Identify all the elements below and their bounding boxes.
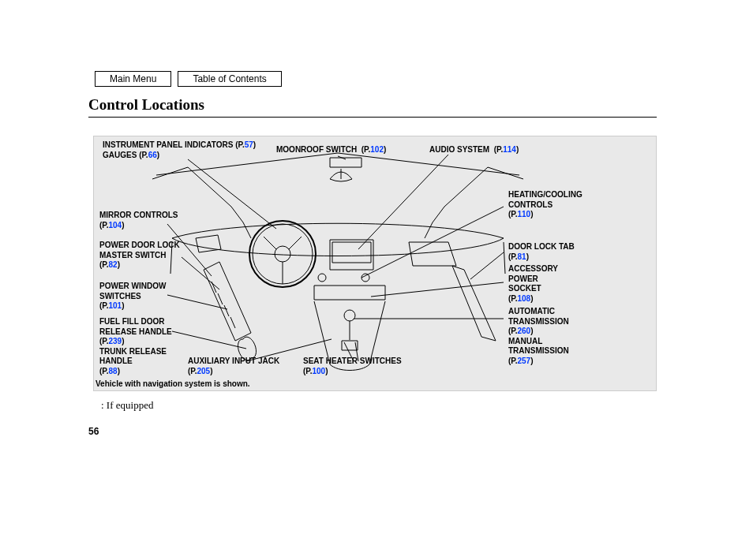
svg-line-10 [182,257,219,289]
pageref[interactable]: 239 [109,337,122,345]
label-pwindow: POWER WINDOW SWITCHES (P.101) [99,282,166,312]
svg-point-5 [344,310,355,321]
svg-point-1 [362,274,369,282]
label-locktab: DOOR LOCK TAB (P.81) [508,242,575,262]
label-instrument: INSTRUMENT PANEL INDICATORS (P.57) GAUGE… [103,140,256,160]
svg-point-0 [318,274,326,282]
pageref[interactable]: 88 [109,367,118,375]
pageref[interactable]: 101 [109,301,122,310]
pageref[interactable]: 82 [109,260,118,269]
page-number: 56 [88,426,99,437]
pageref[interactable]: 104 [109,221,122,230]
pageref[interactable]: 110 [518,210,531,218]
svg-line-17 [470,252,504,279]
pageref[interactable]: 102 [370,145,384,154]
label-mirror: MIRROR CONTROLS (P.104) [99,211,178,230]
svg-line-8 [358,155,448,249]
label-audio: AUDIO SYSTEM (P.114) [429,145,519,155]
label-fuel-trunk: FUEL FILL DOOR RELEASE HANDLE (P.239) TR… [99,317,172,376]
label-lockmaster: POWER DOOR LOCK MASTER SWITCH (P.82) [99,241,180,271]
svg-line-16 [362,207,504,278]
pageref[interactable]: 260 [518,327,531,335]
label-moonroof: MOONROOF SWITCH (P.102) [276,145,386,155]
pageref[interactable]: 108 [518,294,531,303]
label-aux: AUXILIARY INPUT JACK (P.205) [188,357,279,376]
pageref[interactable]: 57 [245,140,253,149]
label-accpower: ACCESSORY POWER SOCKET (P.108) [508,264,558,304]
label-trans: AUTOMATIC TRANSMISSION (P.260) MANUAL TR… [508,307,569,366]
page-title: Control Locations [88,96,204,114]
svg-line-6 [188,159,276,229]
label-heatcool: HEATING/COOLING CONTROLS (P.110) [508,190,583,220]
label-seatheat: SEAT HEATER SWITCHES (P.100) [303,357,402,376]
svg-point-4 [275,246,290,262]
pageref[interactable]: 114 [503,145,516,154]
svg-line-18 [371,282,504,297]
pageref[interactable]: 81 [518,252,526,261]
main-menu-button[interactable]: Main Menu [95,71,171,87]
pageref[interactable]: 100 [313,367,326,375]
diagram-note: Vehicle with navigation system is shown. [96,379,250,388]
pageref[interactable]: 205 [197,367,211,375]
footnote: : If equipped [101,399,153,412]
title-rule [88,117,657,118]
toc-button[interactable]: Table of Contents [178,71,281,87]
pageref[interactable]: 66 [148,151,157,159]
pageref[interactable]: 257 [518,357,531,365]
